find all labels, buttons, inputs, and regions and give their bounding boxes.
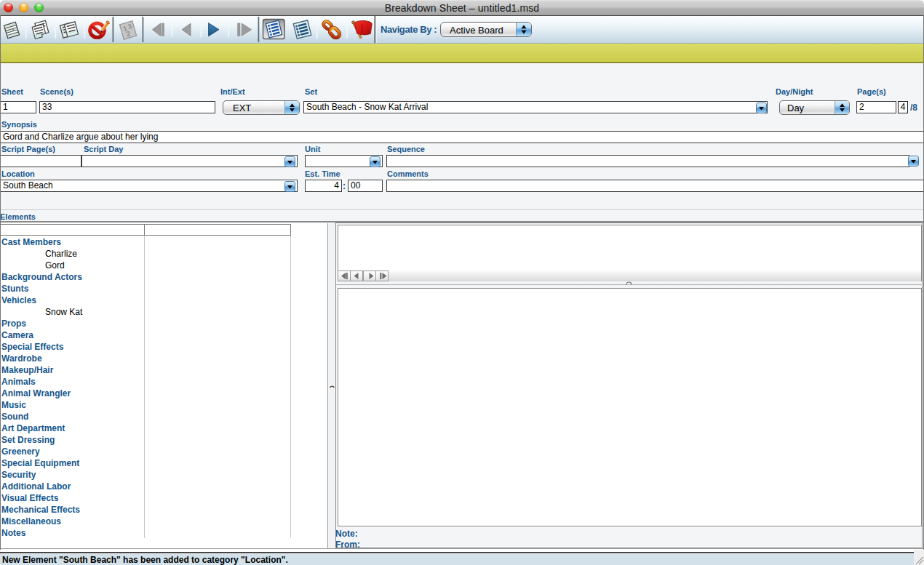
svg-text:Navigate By :: Navigate By : bbox=[381, 24, 437, 35]
